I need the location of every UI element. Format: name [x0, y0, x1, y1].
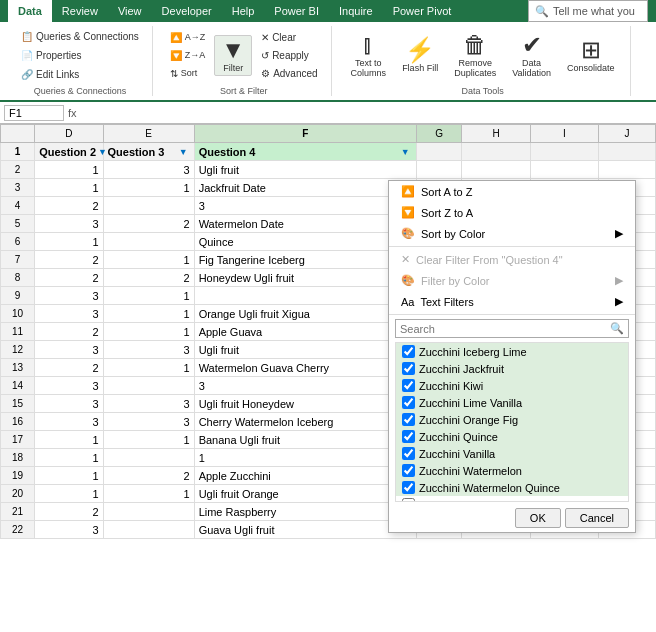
cell-f[interactable]: Apple Zucchini — [194, 467, 416, 485]
cell-e[interactable]: 3 — [103, 395, 194, 413]
col-f-q-header[interactable]: Question 4 ▼ — [194, 143, 416, 161]
cell-e[interactable] — [103, 521, 194, 539]
cell-d[interactable]: 3 — [35, 377, 103, 395]
col-e-filter-button[interactable]: ▼ — [177, 147, 190, 157]
cell-f[interactable]: Cherry Watermelon Iceberg — [194, 413, 416, 431]
reapply-button[interactable]: ↺ Reapply — [256, 47, 322, 64]
ribbon-search[interactable]: 🔍 Tell me what you — [528, 0, 648, 22]
filter-list-item[interactable]: Zucchini Watermelon — [396, 462, 628, 479]
cell-f[interactable]: Guava Ugli fruit — [194, 521, 416, 539]
properties-button[interactable]: 📄 Properties — [16, 47, 144, 64]
sort-az-button[interactable]: 🔼 A→Z — [165, 29, 211, 46]
filter-button[interactable]: ▼ Filter — [214, 35, 252, 76]
cell-e[interactable]: 1 — [103, 287, 194, 305]
cell-e[interactable]: 1 — [103, 485, 194, 503]
tab-view[interactable]: View — [108, 0, 152, 22]
text-to-columns-button[interactable]: ⫿ Text toColumns — [344, 30, 394, 81]
filter-checkbox[interactable] — [402, 481, 415, 494]
tab-data[interactable]: Data — [8, 0, 52, 22]
cell-e[interactable] — [103, 233, 194, 251]
clear-button[interactable]: ✕ Clear — [256, 29, 322, 46]
col-h-header[interactable]: H — [462, 125, 530, 143]
col-i-header[interactable]: I — [530, 125, 598, 143]
cell-f[interactable]: Ugli fruit — [194, 161, 416, 179]
cell-f[interactable]: Orange Ugli fruit Xigua — [194, 305, 416, 323]
cell-f[interactable]: Watermelon Date — [194, 215, 416, 233]
tab-review[interactable]: Review — [52, 0, 108, 22]
cell-e[interactable]: 1 — [103, 179, 194, 197]
cell-f[interactable]: Apple Guava — [194, 323, 416, 341]
col-e-header[interactable]: E — [103, 125, 194, 143]
consolidate-button[interactable]: ⊞ Consolidate — [560, 35, 622, 76]
cell-f[interactable]: Lime Raspberry — [194, 503, 416, 521]
data-validation-button[interactable]: ✔ DataValidation — [505, 30, 558, 81]
cell-f[interactable]: Quince — [194, 233, 416, 251]
table-row[interactable]: 2 1 3 Ugli fruit — [1, 161, 656, 179]
tab-inquire[interactable]: Inquire — [329, 0, 383, 22]
filter-checkbox[interactable] — [402, 396, 415, 409]
col-g-header[interactable]: G — [416, 125, 462, 143]
filter-list-item[interactable]: Zucchini Watermelon Quince — [396, 479, 628, 496]
cell-f[interactable]: Ugli fruit Honeydew — [194, 395, 416, 413]
cell-d[interactable]: 2 — [35, 323, 103, 341]
cell-e[interactable] — [103, 503, 194, 521]
cell-f[interactable]: Fig Tangerine Iceberg — [194, 251, 416, 269]
cell-d[interactable]: 1 — [35, 431, 103, 449]
cell-f[interactable]: Watermelon Guava Cherry — [194, 359, 416, 377]
cell-d[interactable]: 1 — [35, 485, 103, 503]
col-d-header[interactable]: D — [35, 125, 103, 143]
cell-e[interactable]: 3 — [103, 161, 194, 179]
tab-power-bi[interactable]: Power BI — [264, 0, 329, 22]
filter-checkbox[interactable] — [402, 498, 415, 502]
cell-d[interactable]: 3 — [35, 215, 103, 233]
cell-d[interactable]: 2 — [35, 251, 103, 269]
cell-e[interactable]: 1 — [103, 305, 194, 323]
filter-list-item[interactable]: Zucchini Quince — [396, 428, 628, 445]
cell-e[interactable]: 1 — [103, 359, 194, 377]
sort-az-menu-item[interactable]: 🔼 Sort A to Z — [389, 181, 635, 202]
filter-ok-button[interactable]: OK — [515, 508, 561, 528]
cell-d[interactable]: 3 — [35, 287, 103, 305]
tab-help[interactable]: Help — [222, 0, 265, 22]
cell-d[interactable]: 1 — [35, 233, 103, 251]
tab-power-pivot[interactable]: Power Pivot — [383, 0, 462, 22]
cell-e[interactable]: 1 — [103, 251, 194, 269]
cell-e[interactable]: 1 — [103, 323, 194, 341]
cell-f[interactable]: 3 — [194, 197, 416, 215]
cell-d[interactable]: 3 — [35, 395, 103, 413]
cell-f[interactable]: 1 — [194, 449, 416, 467]
filter-list[interactable]: Zucchini Iceberg Lime Zucchini Jackfruit… — [395, 342, 629, 502]
remove-duplicates-button[interactable]: 🗑 RemoveDuplicates — [447, 30, 503, 81]
advanced-button[interactable]: ⚙ Advanced — [256, 65, 322, 82]
edit-links-button[interactable]: 🔗 Edit Links — [16, 66, 144, 83]
cell-d[interactable]: 2 — [35, 503, 103, 521]
cell-e[interactable]: 1 — [103, 431, 194, 449]
cell-f[interactable]: Honeydew Ugli fruit — [194, 269, 416, 287]
cell-f[interactable]: Jackfruit Date — [194, 179, 416, 197]
filter-checkbox[interactable] — [402, 379, 415, 392]
col-d-q-header[interactable]: Question 2 ▼ — [35, 143, 103, 161]
filter-checkbox[interactable] — [402, 362, 415, 375]
col-f-filter-button[interactable]: ▼ — [399, 147, 412, 157]
cell-e[interactable] — [103, 197, 194, 215]
filter-by-color-menu-item[interactable]: 🎨 Filter by Color ▶ — [389, 270, 635, 291]
cell-d[interactable]: 3 — [35, 341, 103, 359]
cell-e[interactable]: 2 — [103, 269, 194, 287]
filter-list-item[interactable]: Zucchini Iceberg Lime — [396, 343, 628, 360]
filter-list-item[interactable]: Zucchini Vanilla — [396, 445, 628, 462]
cell-f[interactable]: Ugli fruit Orange — [194, 485, 416, 503]
clear-filter-menu-item[interactable]: ✕ Clear Filter From "Question 4" — [389, 249, 635, 270]
filter-checkbox[interactable] — [402, 345, 415, 358]
filter-cancel-button[interactable]: Cancel — [565, 508, 629, 528]
cell-e[interactable] — [103, 377, 194, 395]
flash-fill-button[interactable]: ⚡ Flash Fill — [395, 35, 445, 76]
cell-e[interactable]: 2 — [103, 467, 194, 485]
cell-d[interactable]: 2 — [35, 269, 103, 287]
cell-f[interactable]: Ugli fruit — [194, 341, 416, 359]
cell-e[interactable]: 3 — [103, 341, 194, 359]
filter-checkbox[interactable] — [402, 464, 415, 477]
name-box[interactable] — [4, 105, 64, 121]
sort-za-button[interactable]: 🔽 Z→A — [165, 47, 211, 64]
tab-developer[interactable]: Developer — [152, 0, 222, 22]
cell-d[interactable]: 3 — [35, 305, 103, 323]
